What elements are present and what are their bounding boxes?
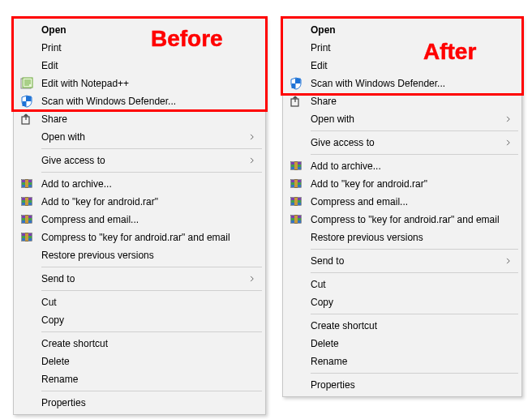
menu-item-label: Rename [307, 356, 502, 367]
menu-item-label: Compress to "key for android.rar" and em… [38, 232, 246, 243]
winrar-icon [285, 193, 307, 211]
menu-item-scan-with-windows-defender[interactable]: Scan with Windows Defender... [285, 75, 520, 92]
menu-item-restore-previous-versions[interactable]: Restore previous versions [285, 229, 520, 246]
menu-item-label: Print [307, 42, 502, 53]
icon-placeholder [15, 57, 38, 75]
menu-item-print[interactable]: Print [15, 39, 264, 57]
menu-item-label: Create shortcut [38, 338, 246, 349]
menu-separator [311, 249, 518, 250]
menu-item-edit[interactable]: Edit [285, 57, 520, 75]
menu-item-open-with[interactable]: Open with [285, 110, 520, 128]
icon-placeholder [15, 270, 38, 288]
icon-placeholder [285, 229, 307, 246]
menu-separator [311, 272, 518, 273]
menu-item-add-to-key-for-android-rar[interactable]: Add to "key for android.rar" [15, 193, 264, 211]
menu-item-create-shortcut[interactable]: Create shortcut [15, 335, 264, 353]
menu-item-add-to-key-for-android-rar[interactable]: Add to "key for android.rar" [285, 175, 520, 193]
svg-rect-41 [294, 197, 298, 206]
menu-item-add-to-archive[interactable]: Add to archive... [15, 175, 264, 193]
menu-item-share[interactable]: Share [285, 92, 520, 110]
menu-item-label: Add to archive... [307, 160, 502, 172]
menu-item-scan-with-windows-defender[interactable]: Scan with Windows Defender... [15, 92, 264, 110]
icon-placeholder [15, 246, 38, 264]
share-icon [15, 110, 38, 128]
menu-item-create-shortcut[interactable]: Create shortcut [285, 317, 520, 335]
svg-rect-36 [294, 179, 298, 188]
menu-item-open[interactable]: Open [285, 21, 520, 39]
menu-item-label: Share [307, 96, 502, 107]
winrar-icon [285, 175, 307, 193]
menu-item-give-access-to[interactable]: Give access to [15, 152, 264, 169]
icon-placeholder [15, 21, 38, 39]
menu-item-label: Copy [307, 297, 502, 308]
icon-placeholder [285, 353, 307, 370]
menu-item-delete[interactable]: Delete [285, 335, 520, 353]
context-menu-after: OpenPrintEditScan with Windows Defender.… [282, 18, 522, 397]
icon-placeholder [285, 110, 307, 128]
svg-rect-18 [25, 215, 28, 224]
menu-item-compress-to-key-for-android-rar-and-email[interactable]: Compress to "key for android.rar" and em… [15, 229, 264, 246]
menu-item-label: Edit [38, 60, 246, 71]
svg-rect-3 [23, 101, 27, 106]
menu-item-restore-previous-versions[interactable]: Restore previous versions [15, 246, 264, 264]
menu-item-label: Properties [307, 379, 502, 391]
menu-item-rename[interactable]: Rename [15, 370, 264, 388]
menu-item-send-to[interactable]: Send to [285, 252, 520, 270]
winrar-icon [285, 211, 307, 229]
menu-item-properties[interactable]: Properties [15, 394, 264, 412]
chevron-right-icon [502, 257, 515, 265]
menu-item-compress-and-email[interactable]: Compress and email... [15, 211, 264, 229]
menu-item-open[interactable]: Open [15, 21, 264, 39]
menu-item-cut[interactable]: Cut [15, 293, 264, 311]
svg-rect-25 [295, 79, 301, 84]
icon-placeholder [15, 293, 38, 311]
menu-separator [311, 130, 518, 131]
menu-item-share[interactable]: Share [15, 110, 264, 128]
icon-placeholder [285, 252, 307, 270]
menu-item-label: Add to archive... [38, 178, 246, 190]
menu-item-edit-with-notepad[interactable]: Edit with Notepad++ [15, 75, 264, 92]
svg-rect-46 [294, 215, 298, 224]
menu-item-open-with[interactable]: Open with [15, 128, 264, 146]
menu-item-label: Open [307, 24, 502, 36]
menu-item-copy[interactable]: Copy [285, 293, 520, 311]
menu-item-compress-and-email[interactable]: Compress and email... [285, 193, 520, 211]
chevron-right-icon [246, 275, 259, 283]
svg-rect-8 [25, 179, 28, 188]
chevron-right-icon [246, 156, 259, 165]
menu-item-cut[interactable]: Cut [285, 276, 520, 293]
icon-placeholder [285, 376, 307, 394]
menu-item-label: Add to "key for android.rar" [38, 196, 246, 207]
menu-item-label: Send to [38, 273, 246, 284]
svg-rect-1 [23, 78, 32, 88]
menu-item-label: Copy [38, 314, 246, 326]
icon-placeholder [15, 39, 38, 57]
icon-placeholder [285, 21, 307, 39]
menu-item-compress-to-key-for-android-rar-and-email[interactable]: Compress to "key for android.rar" and em… [285, 211, 520, 229]
menu-item-add-to-archive[interactable]: Add to archive... [285, 157, 520, 175]
menu-separator [41, 391, 262, 391]
menu-item-rename[interactable]: Rename [285, 353, 520, 370]
icon-placeholder [285, 57, 307, 75]
icon-placeholder [15, 394, 38, 412]
winrar-icon [15, 193, 38, 211]
svg-rect-2 [26, 96, 32, 102]
menu-item-send-to[interactable]: Send to [15, 270, 264, 288]
menu-item-label: Delete [307, 338, 502, 349]
menu-item-copy[interactable]: Copy [15, 311, 264, 329]
chevron-right-icon [502, 115, 515, 123]
menu-item-label: Print [38, 42, 246, 53]
menu-separator [41, 290, 262, 291]
menu-item-label: Compress to "key for android.rar" and em… [307, 214, 502, 225]
menu-item-edit[interactable]: Edit [15, 57, 264, 75]
menu-item-print[interactable]: Print [285, 39, 520, 57]
menu-item-properties[interactable]: Properties [285, 376, 520, 394]
menu-item-label: Give access to [38, 155, 246, 166]
menu-separator [41, 267, 262, 267]
menu-item-label: Open with [307, 113, 502, 125]
menu-separator [311, 154, 518, 155]
menu-item-delete[interactable]: Delete [15, 353, 264, 370]
menu-item-give-access-to[interactable]: Give access to [285, 134, 520, 152]
share-icon [285, 92, 307, 110]
menu-item-label: Give access to [307, 137, 502, 148]
